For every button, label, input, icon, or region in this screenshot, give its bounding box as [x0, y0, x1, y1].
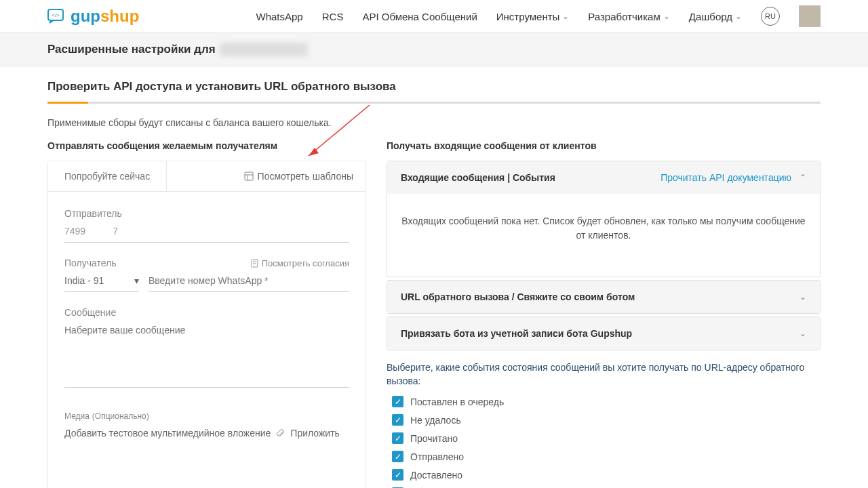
language-selector[interactable]: RU	[761, 7, 780, 26]
checkbox[interactable]: ✓	[392, 432, 403, 444]
main-nav: WhatsApp RCS API Обмена Сообщений Инстру…	[256, 5, 821, 27]
send-tab-area: Попробуйте сейчас Посмотреть шаблоны Отп…	[47, 161, 366, 488]
fees-note: Применимые сборы будут списаны с баланса…	[47, 117, 821, 128]
checkbox[interactable]: ✓	[392, 469, 403, 481]
checkbox[interactable]: ✓	[392, 414, 403, 426]
chevron-down-icon: ⌄	[800, 329, 806, 338]
message-label: Сообщение	[64, 307, 349, 318]
sender-label: Отправитель	[64, 208, 349, 219]
events-description: Выберите, какие события состояния сообще…	[387, 361, 821, 388]
logo-icon: </>	[47, 9, 66, 24]
attach-row: Добавить тестовое мультимедийное вложени…	[64, 428, 349, 439]
accordion-callback-header[interactable]: URL обратного вызова / Свяжите со своим …	[387, 281, 820, 313]
attach-link[interactable]: Приложить	[290, 428, 340, 439]
svg-rect-2	[245, 172, 253, 180]
media-label: Медиа (Опционально)	[64, 410, 349, 421]
subheader: Расширенные настройки для	[0, 33, 868, 66]
checkbox-enqueued: ✓Поставлен в очередь	[392, 396, 821, 407]
accordion-callback: URL обратного вызова / Свяжите со своим …	[387, 280, 821, 314]
recipient-label: Получатель Посмотреть согласия	[64, 258, 349, 268]
dropdown-icon: ▾	[134, 275, 139, 286]
send-panel: Отправлять сообщения желаемым получателя…	[47, 140, 366, 488]
accordion-bot-header[interactable]: Привязать бота из учетной записи бота Gu…	[387, 317, 820, 350]
message-textarea[interactable]	[64, 325, 349, 388]
chevron-down-icon: ⌄	[800, 292, 806, 302]
consent-icon	[250, 259, 259, 268]
logo[interactable]: </> gupshup	[47, 7, 139, 26]
checkbox-read: ✓Прочитано	[392, 432, 821, 444]
checkbox-delivered: ✓Доставлено	[392, 469, 821, 481]
templates-icon	[244, 171, 254, 181]
checkbox-sent: ✓Отправлено	[392, 451, 821, 462]
checkbox[interactable]: ✓	[392, 451, 403, 462]
nav-rcs[interactable]: RCS	[322, 11, 344, 22]
progress-bar	[47, 102, 821, 104]
nav-whatsapp[interactable]: WhatsApp	[256, 11, 303, 22]
main-content: Проверить API доступа и установить URL о…	[0, 66, 868, 488]
view-templates-link[interactable]: Посмотреть шаблоны	[232, 161, 366, 191]
paperclip-icon	[276, 429, 285, 438]
app-name-redacted	[220, 43, 308, 56]
top-header: </> gupshup WhatsApp RCS API Обмена Сооб…	[0, 0, 868, 33]
svg-text:</>: </>	[52, 12, 60, 18]
nav-api[interactable]: API Обмена Сообщений	[362, 11, 477, 22]
tab-body: Отправитель 74997 Получатель Посмотреть …	[48, 192, 366, 488]
page-title: Проверить API доступа и установить URL о…	[47, 80, 821, 94]
send-title: Отправлять сообщения желаемым получателя…	[47, 140, 366, 151]
chevron-down-icon: ⌄	[735, 12, 742, 21]
logo-text: gupshup	[71, 7, 139, 26]
nav-tools[interactable]: Инструменты⌄	[496, 11, 570, 22]
phone-input[interactable]	[149, 275, 349, 292]
country-code-select[interactable]: India - 91 ▾	[64, 275, 139, 292]
accordion-bot: Привязать бота из учетной записи бота Gu…	[387, 317, 821, 350]
profile-avatar[interactable]	[799, 5, 821, 27]
nav-dashboard[interactable]: Дашборд⌄	[689, 11, 742, 22]
subheader-title: Расширенные настройки для	[47, 43, 821, 56]
accordion-incoming: Входящие сообщения | События Прочитать A…	[387, 161, 821, 277]
chevron-down-icon: ⌄	[663, 12, 670, 21]
checkbox[interactable]: ✓	[392, 396, 403, 407]
tab-try-now[interactable]: Попробуйте сейчас	[48, 161, 167, 191]
accordion-incoming-header[interactable]: Входящие сообщения | События Прочитать A…	[387, 161, 820, 194]
nav-developers[interactable]: Разработчикам⌄	[588, 11, 669, 22]
chevron-down-icon: ⌄	[562, 12, 569, 21]
receive-title: Получать входящие сообщения от клиентов	[387, 140, 821, 151]
accordion-incoming-body: Входящих сообщений пока нет. Список буде…	[387, 194, 820, 277]
tab-header: Попробуйте сейчас Посмотреть шаблоны	[48, 161, 366, 192]
chevron-up-icon: ⌃	[800, 173, 806, 182]
receive-panel: Получать входящие сообщения от клиентов …	[387, 140, 821, 488]
sender-value: 74997	[64, 226, 349, 243]
checkbox-failed: ✓Не удалось	[392, 414, 821, 426]
view-consent-link[interactable]: Посмотреть согласия	[250, 258, 349, 268]
read-api-docs-link[interactable]: Прочитать API документацию	[660, 172, 791, 183]
